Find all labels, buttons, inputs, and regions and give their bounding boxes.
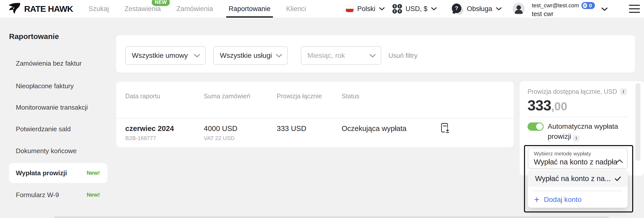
rewards-badge: R 0 bbox=[581, 2, 595, 9]
nav-item-klienci[interactable]: Klienci bbox=[286, 5, 306, 13]
panel-divider bbox=[528, 117, 628, 117]
sidebar-item-wyplata-prowizji[interactable]: Wypłata prowizji New! bbox=[9, 163, 107, 183]
payout-method-value: Wypłać na konto z nadpła bbox=[534, 158, 619, 166]
currency-selector[interactable]: $£ €¥ USD, $ bbox=[392, 0, 437, 18]
user-avatar[interactable] bbox=[513, 3, 525, 15]
user-name: test cwr bbox=[532, 11, 595, 17]
top-navbar: RATE HAWK Szukaj Zestawienia NEW Zamówie… bbox=[0, 0, 644, 18]
chevron-down-icon bbox=[431, 7, 437, 11]
new-badge: NEW bbox=[152, 0, 170, 6]
plus-icon: + bbox=[534, 195, 539, 204]
info-icon[interactable]: i bbox=[573, 135, 579, 142]
report-document-icon[interactable] bbox=[440, 122, 450, 135]
contracts-filter-select[interactable]: Wszystkie umowy bbox=[125, 46, 206, 65]
autopay-label: Automatyczna wypłata prowizjii bbox=[548, 121, 628, 142]
language-label: Polski bbox=[357, 5, 375, 13]
checkmark-icon bbox=[615, 176, 621, 181]
currency-icon: $£ €¥ bbox=[392, 4, 402, 14]
filters-card: Wszystkie umowy Wszystkie usługi Miesiąc… bbox=[116, 35, 635, 72]
sidebar-heading: Raportowanie bbox=[9, 32, 59, 41]
sidebar-item-potwierdzanie-sald[interactable]: Potwierdzanie sald bbox=[9, 119, 107, 139]
month-filter-select[interactable]: Miesiąc, rok bbox=[301, 46, 381, 65]
nav-item-zestawienia[interactable]: Zestawienia NEW bbox=[125, 5, 161, 13]
commission-amount-total: 333,00 bbox=[528, 97, 567, 114]
reports-table: Data raportu Suma zamówień Prowizja łącz… bbox=[116, 82, 514, 147]
support-menu[interactable]: ? Obsługa bbox=[452, 0, 502, 18]
user-info[interactable]: test_cwr@test.com R 0 test cwr bbox=[532, 2, 595, 17]
chevron-down-icon bbox=[379, 7, 385, 11]
user-email: test_cwr@test.com bbox=[532, 3, 579, 8]
ratehawk-app: RATE HAWK Szukaj Zestawienia NEW Zamówie… bbox=[0, 0, 644, 218]
payout-method-label: Wybierz metodę wypłaty bbox=[534, 151, 627, 157]
tour-highlight-box: Wybierz metodę wypłaty Wypłać na konto z… bbox=[524, 145, 633, 212]
currency-label: USD, $ bbox=[406, 5, 427, 13]
services-filter-select[interactable]: Wszystkie usługi bbox=[213, 46, 288, 65]
sidebar-item-nieoplacone-faktury[interactable]: Nieopłacone faktury bbox=[9, 76, 107, 96]
chevron-down-icon bbox=[369, 54, 376, 58]
new-label: New! bbox=[87, 170, 100, 176]
report-date: czerwiec 2024 bbox=[125, 124, 174, 133]
payout-status: Oczekująca wypłata bbox=[342, 124, 407, 133]
col-header-data-raportu: Data raportu bbox=[125, 93, 160, 100]
commission-available-label: Prowizja dostępna łącznie, USD i bbox=[528, 88, 627, 95]
nav-item-szukaj[interactable]: Szukaj bbox=[89, 5, 109, 13]
payout-method-dropdown: Wypłać na konto z na... + Dodaj konto bbox=[528, 170, 628, 208]
scrollbar[interactable] bbox=[635, 83, 640, 161]
chevron-down-icon[interactable] bbox=[601, 7, 608, 12]
orders-sum: 4000 USD bbox=[204, 124, 237, 133]
bottom-section-edge bbox=[54, 216, 609, 218]
support-label: Obsługa bbox=[467, 5, 492, 13]
language-selector[interactable]: Polski bbox=[346, 0, 385, 18]
hawk-icon bbox=[8, 3, 21, 15]
hamburger-menu-icon[interactable] bbox=[629, 5, 640, 13]
toggle-knob bbox=[536, 123, 543, 130]
report-id: B2B-168777 bbox=[125, 135, 156, 142]
clear-filters-button[interactable]: Usuń filtry bbox=[388, 52, 418, 60]
nav-item-raportowanie[interactable]: Raportowanie bbox=[229, 5, 271, 13]
info-icon[interactable]: i bbox=[620, 88, 627, 95]
sidebar-item-zamowienia-bez-faktur[interactable]: Zamówienia bez faktur bbox=[9, 53, 107, 73]
col-header-prowizja-lacznie: Prowizja łącznie bbox=[277, 93, 322, 100]
dropdown-divider bbox=[533, 191, 623, 191]
nav-item-zamowienia[interactable]: Zamówienia bbox=[176, 5, 213, 13]
payout-method-select[interactable]: Wybierz metodę wypłaty Wypłać na konto z… bbox=[528, 148, 628, 169]
chevron-down-icon bbox=[276, 54, 282, 58]
autopay-toggle[interactable] bbox=[528, 122, 544, 131]
help-icon: ? bbox=[452, 3, 463, 15]
chevron-down-icon bbox=[496, 7, 502, 11]
logo-text: RATE HAWK bbox=[24, 4, 73, 14]
add-account-button[interactable]: + Dodaj konto bbox=[528, 194, 628, 206]
col-header-status: Status bbox=[342, 93, 359, 100]
vat-amount: VAT 22 USD bbox=[204, 135, 234, 142]
main-navigation: Szukaj Zestawienia NEW Zamówienia Raport… bbox=[89, 0, 306, 18]
table-divider bbox=[116, 118, 514, 119]
col-header-suma-zamowien: Suma zamówień bbox=[204, 93, 250, 100]
sidebar-item-monitorowanie-transakcji[interactable]: Monitorowanie transakcji bbox=[9, 97, 107, 117]
commission-amount: 333 USD bbox=[277, 124, 306, 133]
ratehawk-logo[interactable]: RATE HAWK bbox=[8, 0, 73, 18]
chevron-down-icon bbox=[194, 54, 200, 58]
dropdown-option-account[interactable]: Wypłać na konto z na... bbox=[528, 170, 628, 187]
sidebar-item-formularz-w9[interactable]: Formularz W-9 New! bbox=[9, 185, 107, 205]
active-tab-underline bbox=[226, 16, 273, 18]
poland-flag-icon bbox=[346, 5, 354, 12]
chevron-up-icon bbox=[616, 159, 623, 164]
sidebar-item-dokumenty-koncowe[interactable]: Dokumenty końcowe bbox=[9, 141, 107, 161]
r-hexagon-icon: R bbox=[582, 3, 587, 8]
new-label: New! bbox=[87, 192, 100, 198]
